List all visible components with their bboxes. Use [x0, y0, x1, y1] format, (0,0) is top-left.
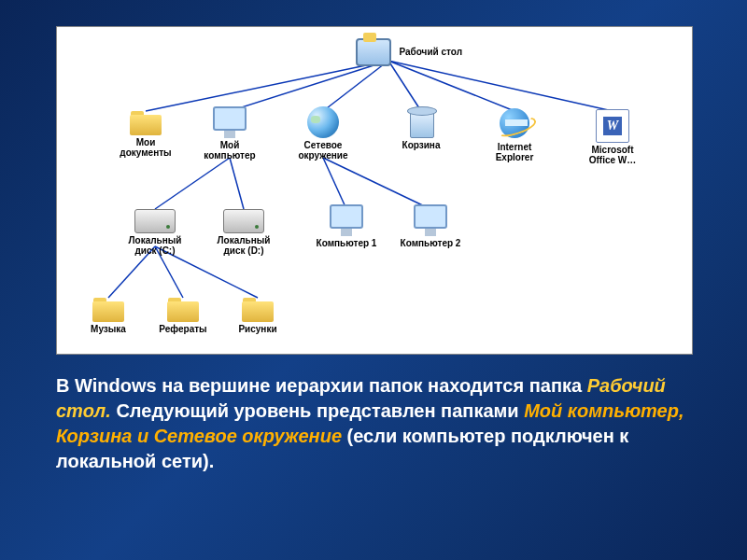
node-mycomp: Мой компьютер	[197, 106, 262, 161]
label-music: Музыка	[76, 324, 141, 334]
svg-line-0	[146, 61, 388, 111]
node-word: Microsoft Office W…	[580, 109, 645, 165]
label-network: Сетевое окружение	[290, 140, 356, 161]
monitor-icon	[412, 204, 449, 236]
svg-line-9	[323, 158, 430, 209]
slide: Рабочий стол Мои документы Мой компьютер…	[0, 0, 747, 560]
label-refs: Рефераты	[150, 324, 216, 334]
label-mydocs: Мои документы	[113, 137, 178, 158]
node-network: Сетевое окружение	[290, 106, 356, 161]
svg-line-1	[230, 61, 388, 111]
label-diskc: Локальный диск (C:)	[122, 235, 188, 256]
svg-line-3	[388, 61, 421, 111]
cap-t1: В Windows на вершине иерархии папок нахо…	[56, 375, 587, 396]
label-bin: Корзина	[388, 140, 454, 150]
diagram-panel: Рабочий стол Мои документы Мой компьютер…	[56, 26, 693, 355]
node-refs: Рефераты	[150, 298, 216, 334]
monitor-icon	[328, 204, 365, 236]
drive-icon	[134, 209, 176, 233]
desktop-icon	[356, 35, 391, 66]
svg-line-4	[388, 61, 514, 111]
folder-icon	[92, 298, 124, 322]
caption-text: В Windows на вершине иерархии папок нахо…	[56, 373, 691, 474]
globe-icon	[307, 106, 339, 138]
label-pc1: Компьютер 1	[314, 238, 379, 248]
monitor-icon	[211, 106, 248, 138]
svg-line-7	[230, 158, 244, 209]
node-pc1: Компьютер 1	[314, 204, 379, 248]
svg-line-5	[388, 61, 613, 111]
word-icon	[596, 109, 629, 143]
node-mydocs: Мои документы	[113, 111, 178, 158]
folder-icon	[167, 298, 199, 322]
label-desktop: Рабочий стол	[399, 47, 462, 57]
svg-line-2	[323, 61, 388, 111]
node-diskc: Локальный диск (C:)	[122, 209, 188, 256]
label-pics: Рисунки	[225, 324, 290, 334]
node-pics: Рисунки	[225, 298, 290, 334]
label-ie: Internet Explorer	[482, 142, 547, 162]
drive-icon	[223, 209, 264, 233]
recycle-bin-icon	[407, 106, 435, 138]
node-diskd: Локальный диск (D:)	[211, 209, 276, 256]
node-music: Музыка	[76, 298, 141, 334]
node-ie: Internet Explorer	[482, 106, 547, 162]
ie-icon	[498, 106, 531, 140]
folder-icon	[242, 298, 274, 322]
label-pc2: Компьютер 2	[398, 238, 463, 248]
label-diskd: Локальный диск (D:)	[211, 235, 276, 256]
folder-icon	[130, 111, 162, 135]
node-bin: Корзина	[388, 106, 454, 150]
cap-t2: Следующий уровень представлен папками	[111, 400, 524, 421]
label-word: Microsoft Office W…	[580, 145, 645, 165]
svg-line-6	[155, 158, 230, 209]
node-pc2: Компьютер 2	[398, 204, 463, 248]
svg-line-8	[323, 158, 346, 209]
label-mycomp: Мой компьютер	[197, 140, 262, 161]
node-desktop: Рабочий стол	[356, 35, 468, 68]
